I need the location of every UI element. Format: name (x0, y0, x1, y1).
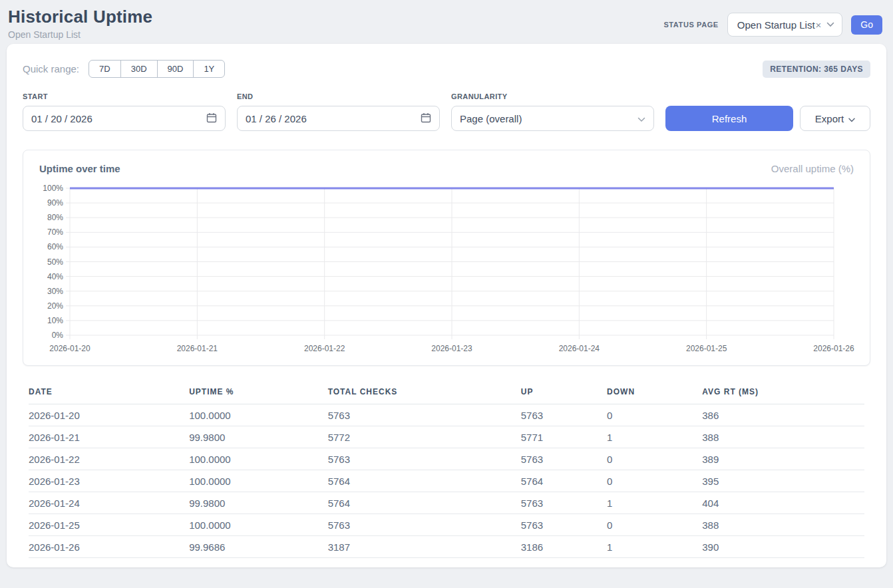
title-block: Historical Uptime Open Startup List (8, 7, 152, 40)
page-title: Historical Uptime (8, 7, 152, 27)
table-header-row: DATEUPTIME %TOTAL CHECKSUPDOWNAVG RT (MS… (29, 382, 864, 404)
quick-range-button-1y[interactable]: 1Y (193, 60, 225, 78)
table-cell: 5763 (328, 448, 521, 470)
svg-text:10%: 10% (47, 316, 63, 325)
table-cell: 0 (607, 448, 702, 470)
chart-title: Uptime over time (39, 163, 120, 174)
table-cell: 0 (607, 470, 702, 492)
refresh-button[interactable]: Refresh (665, 106, 793, 131)
quick-range-row: Quick range: 7D30D90D1Y RETENTION: 365 D… (23, 60, 870, 78)
table-row: 2026-01-20100.0000576357630386 (29, 404, 864, 426)
chart-header: Uptime over time Overall uptime (%) (23, 150, 870, 182)
table-cell: 5764 (521, 470, 607, 492)
export-button[interactable]: Export (800, 106, 870, 131)
chevron-down-icon (826, 22, 834, 27)
svg-text:50%: 50% (47, 257, 63, 267)
svg-text:2026-01-25: 2026-01-25 (686, 344, 727, 353)
table-cell: 99.9686 (189, 536, 327, 558)
quick-range-group: 7D30D90D1Y (89, 60, 225, 78)
uptime-table: DATEUPTIME %TOTAL CHECKSUPDOWNAVG RT (MS… (29, 382, 864, 558)
table-cell: 100.0000 (189, 448, 327, 470)
table-cell: 2026-01-23 (29, 470, 189, 492)
svg-text:2026-01-21: 2026-01-21 (177, 344, 218, 353)
clear-icon[interactable]: × (816, 19, 822, 31)
table-header-cell: UP (521, 382, 607, 404)
table-cell: 3187 (328, 536, 521, 558)
end-date-label: END (237, 92, 440, 100)
svg-text:2026-01-22: 2026-01-22 (304, 344, 345, 353)
quick-range-label: Quick range: (23, 63, 79, 74)
filters-row: START 01 / 20 / 2026 END 01 / 26 / 2026 … (23, 92, 870, 131)
table-cell: 99.9800 (189, 492, 327, 514)
granularity-value: Page (overall) (460, 113, 522, 124)
svg-text:2026-01-26: 2026-01-26 (813, 344, 854, 353)
svg-text:2026-01-23: 2026-01-23 (431, 344, 472, 353)
table-cell: 388 (702, 426, 864, 448)
uptime-table-wrap: DATEUPTIME %TOTAL CHECKSUPDOWNAVG RT (MS… (23, 382, 870, 558)
svg-text:90%: 90% (47, 198, 63, 208)
granularity-select[interactable]: Page (overall) (451, 106, 654, 131)
svg-text:80%: 80% (47, 213, 63, 222)
table-cell: 2026-01-24 (29, 492, 189, 514)
table-cell: 2026-01-20 (29, 404, 189, 426)
calendar-icon[interactable] (206, 112, 217, 125)
table-cell: 2026-01-26 (29, 536, 189, 558)
table-cell: 5763 (328, 404, 521, 426)
table-row: 2026-01-2499.9800576457631404 (29, 492, 864, 514)
quick-range-button-90d[interactable]: 90D (157, 60, 194, 78)
table-cell: 5763 (521, 514, 607, 536)
calendar-icon[interactable] (421, 112, 431, 125)
start-date-label: START (23, 92, 226, 100)
end-date-input[interactable]: 01 / 26 / 2026 (237, 106, 440, 131)
page-subtitle: Open Startup List (8, 29, 152, 40)
table-row: 2026-01-22100.0000576357630389 (29, 448, 864, 470)
table-cell: 0 (607, 514, 702, 536)
svg-text:0%: 0% (52, 331, 64, 340)
table-cell: 100.0000 (189, 404, 327, 426)
status-page-select[interactable]: Open Startup List × (727, 13, 843, 37)
svg-text:40%: 40% (47, 272, 63, 281)
uptime-line-chart: 0%10%20%30%40%50%60%70%80%90%100%2026-01… (37, 183, 858, 355)
table-cell: 386 (702, 404, 864, 426)
table-cell: 100.0000 (189, 514, 327, 536)
table-cell: 2026-01-22 (29, 448, 189, 470)
retention-badge: RETENTION: 365 DAYS (763, 61, 870, 78)
svg-text:100%: 100% (43, 184, 63, 193)
end-date-field: END 01 / 26 / 2026 (237, 92, 440, 131)
svg-text:2026-01-24: 2026-01-24 (559, 344, 600, 353)
chevron-down-icon (637, 113, 645, 124)
table-cell: 5771 (521, 426, 607, 448)
start-date-input[interactable]: 01 / 20 / 2026 (23, 106, 226, 131)
main-card: Quick range: 7D30D90D1Y RETENTION: 365 D… (7, 44, 886, 567)
go-button[interactable]: Go (851, 15, 882, 35)
status-page-value: Open Startup List (737, 19, 815, 31)
table-cell: 1 (607, 492, 702, 514)
status-page-picker: STATUS PAGE Open Startup List × Go (663, 13, 882, 37)
end-date-value: 01 / 26 / 2026 (246, 113, 307, 124)
top-bar: Historical Uptime Open Startup List STAT… (0, 0, 893, 40)
table-row: 2026-01-2199.9800577257711388 (29, 426, 864, 448)
table-cell: 0 (607, 404, 702, 426)
table-cell: 404 (702, 492, 864, 514)
table-cell: 1 (607, 536, 702, 558)
table-row: 2026-01-25100.0000576357630388 (29, 514, 864, 536)
table-cell: 390 (702, 536, 864, 558)
quick-range-button-30d[interactable]: 30D (120, 60, 158, 78)
table-cell: 100.0000 (189, 470, 327, 492)
table-cell: 5763 (521, 492, 607, 514)
table-cell: 2026-01-25 (29, 514, 189, 536)
granularity-field: GRANULARITY Page (overall) (451, 92, 654, 131)
quick-range-button-7d[interactable]: 7D (89, 60, 121, 78)
chevron-down-icon (848, 113, 855, 124)
table-header-cell: DATE (29, 382, 189, 404)
table-cell: 5763 (521, 404, 607, 426)
svg-text:2026-01-20: 2026-01-20 (49, 344, 90, 353)
table-header-cell: TOTAL CHECKS (328, 382, 521, 404)
granularity-label: GRANULARITY (451, 92, 654, 100)
table-cell: 395 (702, 470, 864, 492)
table-cell: 5763 (521, 448, 607, 470)
table-header-cell: DOWN (607, 382, 702, 404)
table-cell: 5764 (328, 492, 521, 514)
chart-legend: Overall uptime (%) (771, 163, 854, 174)
export-button-label: Export (815, 113, 844, 124)
